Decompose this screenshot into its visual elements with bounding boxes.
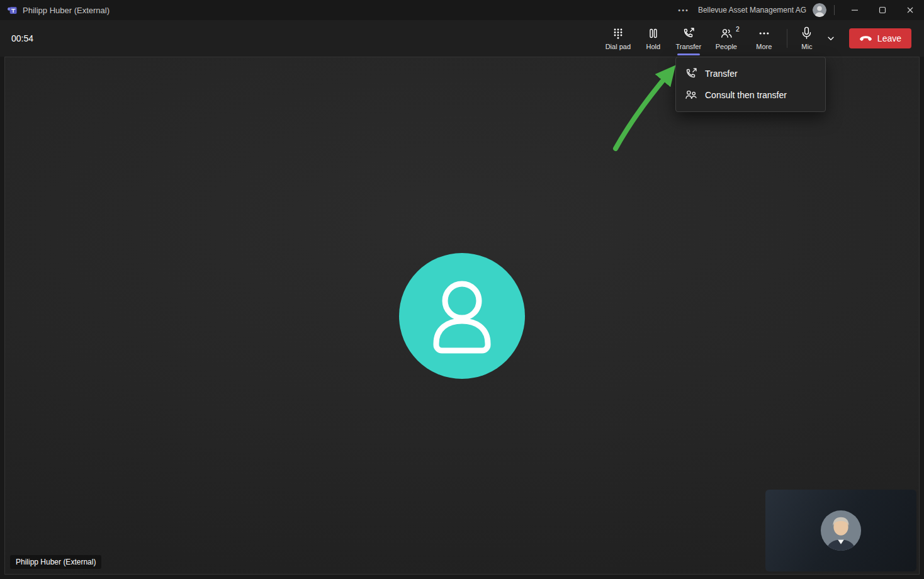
titlebar-overflow-icon[interactable]: •••: [678, 6, 689, 14]
transfer-label: Transfer: [676, 43, 702, 50]
transfer-menu: Transfer Consult then transfer: [675, 57, 826, 112]
people-label: People: [716, 43, 737, 50]
mic-options-chevron[interactable]: [821, 20, 840, 57]
transfer-button[interactable]: Transfer: [671, 20, 706, 57]
leave-hangup-icon: [859, 35, 872, 42]
chevron-down-icon: [826, 34, 835, 43]
maximize-icon: [877, 5, 887, 15]
titlebar-divider: [834, 5, 835, 15]
call-timer: 00:54: [11, 33, 33, 43]
self-view-photo: [820, 509, 862, 552]
participant-name-label: Philipp Huber (External): [10, 555, 101, 569]
leave-label: Leave: [877, 33, 901, 43]
titlebar-right: ••• Bellevue Asset Management AG: [678, 0, 924, 20]
people-swap-icon: [685, 89, 697, 101]
dialpad-button[interactable]: Dial pad: [600, 20, 636, 57]
leave-button[interactable]: Leave: [849, 28, 911, 48]
dialpad-label: Dial pad: [606, 43, 631, 50]
people-icon: 2: [720, 27, 733, 40]
more-icon: [758, 27, 770, 40]
dialpad-icon: [612, 27, 624, 40]
hold-label: Hold: [646, 43, 661, 50]
titlebar: Philipp Huber (External) ••• Bellevue As…: [0, 0, 924, 20]
people-count-badge: 2: [736, 25, 740, 33]
teams-logo-icon: [6, 4, 18, 16]
teams-call-window: Philipp Huber (External) ••• Bellevue As…: [0, 0, 924, 579]
close-button[interactable]: [896, 0, 924, 20]
call-stage: Philipp Huber (External): [4, 57, 920, 575]
account-avatar[interactable]: [813, 3, 826, 17]
people-button[interactable]: 2 People: [706, 20, 747, 57]
call-toolbar: 00:54 Dial pad Hold Transfer 2 People: [0, 20, 924, 57]
menu-item-transfer-label: Transfer: [705, 69, 738, 79]
minimize-icon: [850, 5, 860, 15]
menu-item-consult-label: Consult then transfer: [705, 90, 787, 100]
menu-item-transfer[interactable]: Transfer: [676, 63, 825, 84]
transfer-icon: [682, 27, 695, 40]
call-transfer-icon: [685, 67, 697, 80]
mic-icon: [799, 27, 814, 40]
maximize-button[interactable]: [869, 0, 896, 20]
call-controls: Dial pad Hold Transfer 2 People More: [600, 20, 911, 57]
menu-item-consult-then-transfer[interactable]: Consult then transfer: [676, 84, 825, 106]
more-button[interactable]: More: [747, 20, 782, 57]
mic-label: Mic: [801, 43, 812, 50]
toolbar-divider: [787, 29, 787, 48]
account-org-name: Bellevue Asset Management AG: [698, 6, 806, 14]
window-title: Philipp Huber (External): [23, 6, 110, 15]
person-icon: [399, 253, 525, 379]
hold-button[interactable]: Hold: [636, 20, 671, 57]
mic-button[interactable]: Mic: [792, 20, 821, 57]
self-view-tile[interactable]: [765, 490, 916, 571]
hold-icon: [647, 27, 660, 40]
close-icon: [905, 5, 915, 15]
participant-avatar: [399, 253, 525, 379]
minimize-button[interactable]: [841, 0, 869, 20]
more-label: More: [756, 43, 772, 50]
